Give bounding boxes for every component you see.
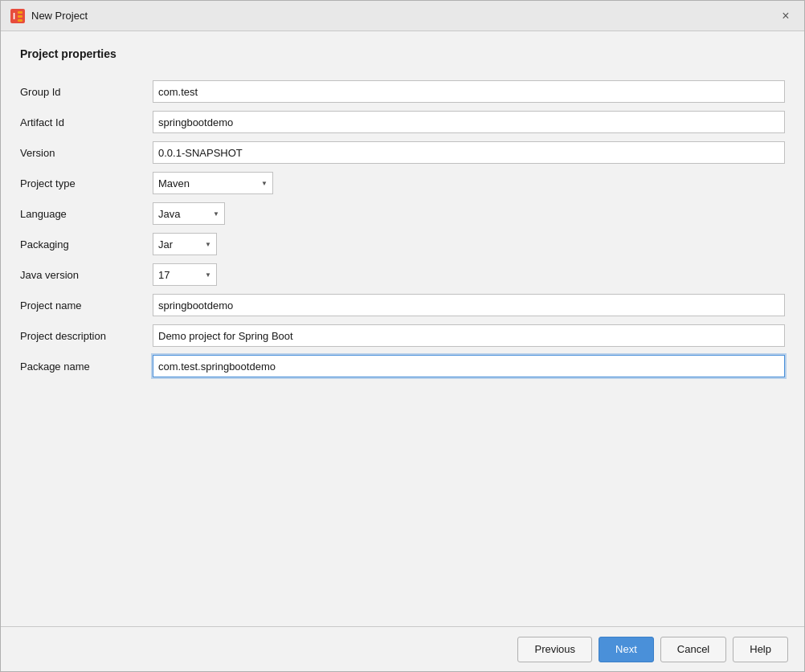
java-version-label: Java version — [20, 269, 153, 281]
packaging-row: Packaging Jar War — [20, 229, 785, 259]
artifact-id-input[interactable] — [153, 111, 785, 133]
section-title: Project properties — [20, 47, 785, 60]
package-name-label: Package name — [20, 360, 153, 373]
version-label: Version — [20, 147, 153, 159]
project-name-wrap — [153, 294, 785, 316]
packaging-select[interactable]: Jar War — [153, 233, 217, 255]
language-wrap: Java Kotlin Groovy — [153, 202, 785, 225]
packaging-wrap: Jar War — [153, 233, 785, 255]
project-name-input[interactable] — [153, 294, 785, 316]
artifact-id-row: Artifact Id — [20, 107, 785, 137]
group-id-input[interactable] — [153, 80, 785, 103]
help-button[interactable]: Help — [733, 637, 788, 662]
packaging-label: Packaging — [20, 238, 153, 250]
project-description-label: Project description — [20, 330, 153, 342]
version-wrap — [153, 141, 785, 164]
package-name-input[interactable] — [153, 355, 785, 377]
java-version-row: Java version 17 11 8 — [20, 259, 785, 290]
artifact-id-wrap — [153, 111, 785, 133]
group-id-row: Group Id — [20, 76, 785, 107]
artifact-id-label: Artifact Id — [20, 116, 153, 128]
version-input[interactable] — [153, 141, 785, 164]
java-version-select-wrap: 17 11 8 — [153, 263, 217, 286]
project-type-select-wrap: Maven Gradle — [153, 172, 273, 194]
language-select[interactable]: Java Kotlin Groovy — [153, 202, 225, 225]
project-description-input[interactable] — [153, 324, 785, 347]
java-version-select[interactable]: 17 11 8 — [153, 263, 217, 286]
dialog-footer: Previous Next Cancel Help — [1, 626, 804, 671]
language-row: Language Java Kotlin Groovy — [20, 198, 785, 229]
svg-text:I: I — [13, 11, 15, 21]
svg-rect-2 — [18, 11, 22, 14]
app-icon: I — [10, 9, 25, 23]
project-type-select[interactable]: Maven Gradle — [153, 172, 273, 194]
language-select-wrap: Java Kotlin Groovy — [153, 202, 225, 225]
svg-rect-4 — [18, 19, 22, 22]
project-name-row: Project name — [20, 290, 785, 320]
project-description-wrap — [153, 324, 785, 347]
svg-rect-3 — [18, 15, 22, 18]
packaging-select-wrap: Jar War — [153, 233, 217, 255]
previous-button[interactable]: Previous — [517, 637, 592, 662]
version-row: Version — [20, 137, 785, 168]
dialog-content: Project properties Group Id Artifact Id … — [1, 31, 804, 626]
group-id-label: Group Id — [20, 86, 153, 98]
package-name-row: Package name — [20, 351, 785, 381]
project-type-label: Project type — [20, 177, 153, 189]
project-type-wrap: Maven Gradle — [153, 172, 785, 194]
form-grid: Group Id Artifact Id Version — [20, 76, 785, 381]
project-name-label: Project name — [20, 299, 153, 312]
project-description-row: Project description — [20, 320, 785, 351]
title-bar-left: I New Project — [10, 9, 88, 23]
package-name-wrap — [153, 355, 785, 377]
next-button[interactable]: Next — [599, 637, 654, 662]
new-project-dialog: I New Project × Project properties Group… — [0, 0, 805, 672]
java-version-wrap: 17 11 8 — [153, 263, 785, 286]
group-id-wrap — [153, 80, 785, 103]
language-label: Language — [20, 208, 153, 220]
title-bar: I New Project × — [1, 1, 804, 31]
close-button[interactable]: × — [777, 7, 795, 25]
dialog-title: New Project — [31, 10, 88, 22]
cancel-button[interactable]: Cancel — [660, 637, 726, 662]
project-type-row: Project type Maven Gradle — [20, 168, 785, 198]
